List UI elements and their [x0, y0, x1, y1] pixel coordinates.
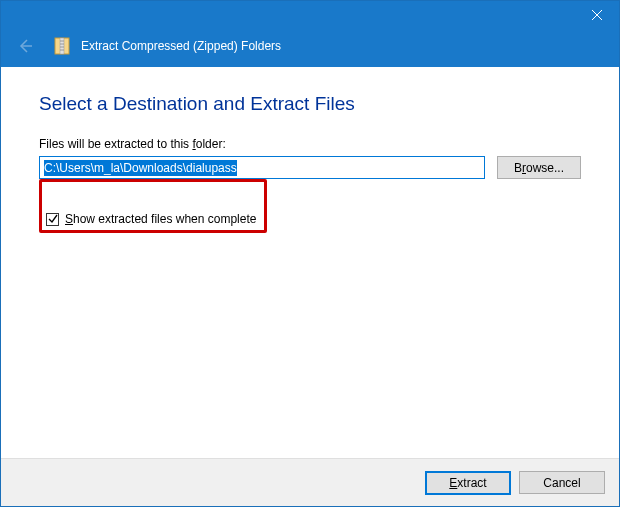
- back-button[interactable]: [13, 34, 37, 58]
- show-extracted-checkbox[interactable]: Show extracted files when complete: [42, 208, 264, 230]
- header-bar: Extract Compressed (Zipped) Folders: [1, 31, 619, 67]
- svg-rect-4: [60, 38, 64, 54]
- extract-button[interactable]: Extract: [425, 471, 511, 495]
- back-arrow-icon: [17, 38, 33, 54]
- page-heading: Select a Destination and Extract Files: [39, 93, 581, 115]
- close-button[interactable]: [574, 1, 619, 29]
- extract-wizard-window: Extract Compressed (Zipped) Folders Sele…: [0, 0, 620, 507]
- cancel-button[interactable]: Cancel: [519, 471, 605, 494]
- path-text: C:\Users\m_la\Downloads\dialupass: [44, 160, 237, 176]
- highlight-annotation: Show extracted files when complete: [39, 179, 267, 233]
- folder-label: Files will be extracted to this folder:: [39, 137, 581, 151]
- browse-button[interactable]: Browse...: [497, 156, 581, 179]
- content-area: Select a Destination and Extract Files F…: [1, 67, 619, 458]
- titlebar: [1, 1, 619, 31]
- window-title: Extract Compressed (Zipped) Folders: [81, 39, 281, 53]
- close-icon: [592, 10, 602, 20]
- path-row: C:\Users\m_la\Downloads\dialupass Browse…: [39, 156, 581, 179]
- footer: Extract Cancel: [1, 458, 619, 506]
- destination-path-input[interactable]: C:\Users\m_la\Downloads\dialupass: [39, 156, 485, 179]
- checkbox-box: [46, 213, 59, 226]
- checkbox-label: Show extracted files when complete: [65, 212, 256, 226]
- checkmark-icon: [48, 214, 58, 224]
- zip-folder-icon: [53, 36, 71, 56]
